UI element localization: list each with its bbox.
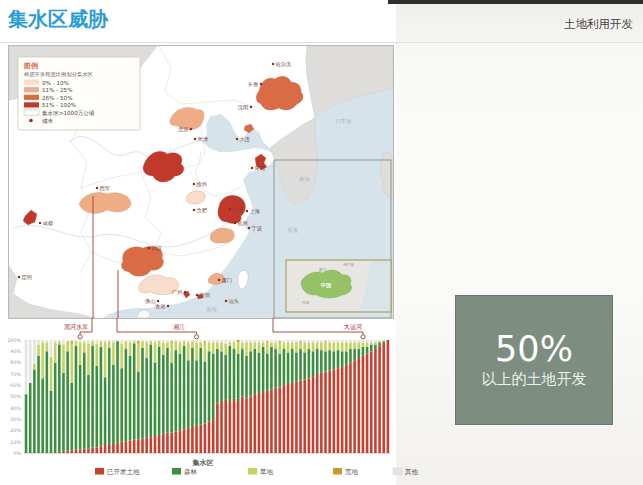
bar-segment-developed	[362, 356, 365, 453]
bar-segment-grassland	[95, 343, 98, 366]
chart-ytick-labels: 0%10%20%30%40%50%60%70%80%90%100%	[8, 338, 21, 456]
bar-segment-developed	[249, 397, 252, 454]
bar-segment-other	[174, 340, 177, 341]
bar-segment-developed	[141, 438, 144, 453]
callout-marker	[195, 335, 199, 339]
bar-segment-forest	[229, 346, 232, 403]
bar-segment-forest	[258, 352, 261, 393]
bar-segment-grassland	[83, 342, 86, 352]
bar-segment-developed	[349, 363, 352, 453]
bar-segment-other	[224, 340, 227, 343]
legend-swatch-barren	[333, 468, 342, 475]
city-marker	[225, 300, 227, 302]
bar-segment-grassland	[58, 341, 61, 344]
y-tick-label: 100%	[8, 338, 21, 343]
bar-segment-grassland	[258, 342, 261, 352]
city-marker	[251, 167, 253, 169]
bar-segment-grassland	[212, 342, 215, 353]
bar-segment-forest	[91, 346, 94, 448]
map-legend-swatch	[24, 95, 39, 100]
bar-segment-grassland	[237, 342, 240, 353]
bar-segment-forest	[54, 363, 57, 453]
bar-segment-forest	[162, 355, 165, 434]
city-marker	[157, 300, 159, 302]
bar-segment-forest	[262, 347, 265, 392]
bar-segment-developed	[224, 400, 227, 453]
bar-segment-grassland	[162, 342, 165, 354]
city-marker	[260, 83, 262, 85]
callout-marker	[78, 335, 82, 339]
bar-segment-developed	[187, 428, 190, 453]
legend-swatch-other	[393, 468, 402, 475]
city-marker	[190, 128, 192, 130]
bar-segment-forest	[33, 369, 36, 453]
bar-segment-forest	[104, 377, 107, 445]
bar-segment-developed	[195, 426, 198, 453]
bar-segment-other	[75, 340, 78, 341]
bar-segment-barren	[170, 341, 173, 342]
city-label: 宁波	[252, 225, 263, 232]
bar-segment-forest	[191, 348, 194, 427]
map-legend-label: 51% - 100%	[42, 102, 76, 108]
city-label: 无锡	[233, 206, 243, 213]
bar-segment-other	[333, 340, 336, 342]
bar-segment-developed	[212, 419, 215, 453]
bar-segment-developed	[316, 374, 319, 453]
bar-segment-other	[158, 340, 161, 341]
bar-segment-forest	[237, 354, 240, 401]
bar-segment-grassland	[158, 341, 161, 347]
y-tick-label: 70%	[10, 372, 21, 377]
legend-swatch-grassland	[248, 468, 257, 475]
bar-segment-developed	[133, 439, 136, 453]
bar-segment-other	[112, 340, 115, 342]
bar-segment-forest	[320, 350, 323, 373]
bar-segment-other	[370, 340, 373, 342]
bar-segment-developed	[191, 427, 194, 453]
city-label: 合肥	[197, 207, 208, 214]
bar-segment-other	[141, 340, 144, 341]
bar-segment-grassland	[229, 342, 232, 345]
bar-segment-other	[382, 340, 385, 341]
map-panel: 俄罗斯蒙古印度中国 日本海黄海东海南海 哈尔滨长春沈阳北京天津大连青岛徐州西安成…	[8, 45, 394, 319]
bar-segment-developed	[299, 381, 302, 453]
bar-segment-grassland	[141, 341, 144, 348]
y-tick-label: 10%	[10, 440, 21, 445]
map-legend-label: 集水区>1000万公顷	[42, 110, 95, 116]
bar-segment-other	[208, 340, 211, 342]
city-marker	[246, 210, 248, 212]
city-label: 厦门	[222, 277, 232, 284]
bar-segment-barren	[299, 341, 302, 342]
bar-segment-grassland	[129, 342, 132, 356]
bar-segment-other	[29, 340, 32, 383]
bar-segment-other	[166, 340, 169, 342]
bar-segment-developed	[324, 372, 327, 453]
bar-segment-forest	[233, 349, 236, 399]
bar-segment-grassland	[349, 342, 352, 349]
bar-segment-other	[258, 340, 261, 342]
city-marker	[148, 247, 150, 249]
page: 集水区威胁 土地利用开发	[0, 0, 643, 485]
bar-segment-grassland	[299, 342, 302, 349]
legend-label-other: 其他	[404, 468, 419, 476]
bar-segment-grassland	[41, 342, 44, 378]
bar-segment-developed	[254, 394, 257, 453]
bar-segment-grassland	[191, 341, 194, 348]
inset-country-label: 蒙古	[319, 267, 327, 272]
map-legend-swatch	[24, 110, 39, 115]
bar-segment-developed	[303, 380, 306, 453]
bar-segment-forest	[71, 383, 74, 451]
bar-segment-grassland	[208, 342, 211, 351]
bar-segment-forest	[25, 394, 28, 453]
bar-segment-developed	[295, 382, 298, 453]
bar-segment-forest	[58, 345, 61, 452]
bar-segment-forest	[328, 350, 331, 370]
bar-segment-forest	[204, 361, 207, 423]
bar-segment-developed	[353, 360, 356, 453]
bar-segment-developed	[87, 448, 90, 453]
city-label: 佛山	[144, 298, 155, 304]
bar-segment-forest	[150, 345, 153, 438]
bar-segment-grassland	[324, 342, 327, 351]
bar-segment-forest	[46, 351, 49, 453]
y-tick-label: 0%	[13, 451, 21, 456]
legend-label-developed: 已开发土地	[107, 468, 140, 476]
